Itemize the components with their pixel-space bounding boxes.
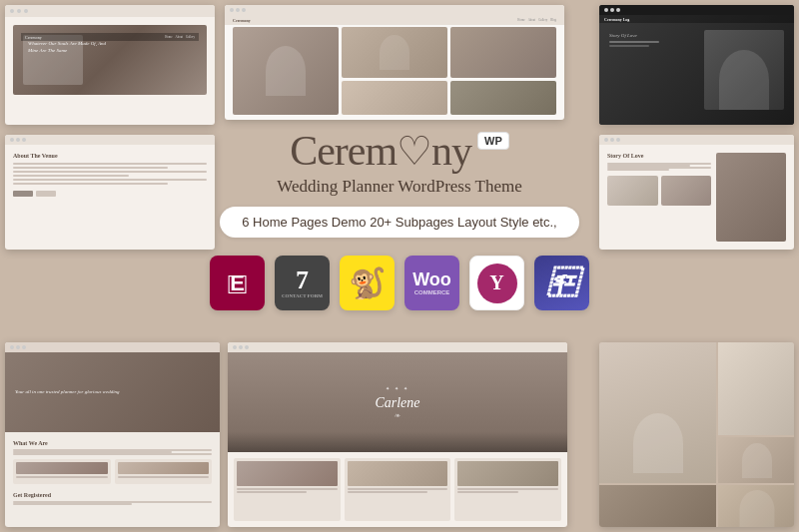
- screenshot-mid-right: Story Of Love: [599, 135, 794, 250]
- screenshot-top-right: Ceremony Log Story Of Love: [599, 5, 794, 125]
- logo-area: Cerem♡ny WP: [290, 130, 509, 172]
- main-container: Ceremony Home About Gallery Whatever Our…: [0, 0, 799, 532]
- fontawesome-icon:  ƒ: [534, 256, 589, 310]
- quote-text: Whatever Our Souls Are Made Of, And Mine…: [28, 40, 108, 54]
- plugins-row: □ E 7 CONTACT FORM 🐒 Woo COMMERCE: [210, 256, 589, 310]
- cf7-icon: 7 CONTACT FORM: [275, 256, 330, 310]
- center-content: Cerem♡ny WP Wedding Planner WordPress Th…: [210, 130, 589, 310]
- ceremony-logo: Cerem♡ny: [290, 130, 471, 172]
- screenshot-bot-right: [599, 342, 794, 527]
- yoast-icon: [469, 256, 524, 310]
- hero-text: Your all in one trusted planner for glor…: [15, 388, 120, 396]
- screenshot-mid-left: About The Venue: [5, 135, 215, 250]
- screenshot-bot-center: ✦ ✦ ✦ Carlene ❧: [228, 342, 567, 527]
- center-brand: Carlene: [375, 395, 419, 411]
- story-title: Story Of Love: [607, 153, 711, 159]
- mailchimp-icon: 🐒: [340, 256, 395, 310]
- venue-title: About The Venue: [13, 153, 207, 159]
- elementor-icon: □ E: [210, 256, 265, 310]
- screenshot-top-left: Ceremony Home About Gallery Whatever Our…: [5, 5, 215, 125]
- screenshot-top-center: Ceremony Home About Gallery Blog: [225, 5, 564, 120]
- cta-title: Get Registered: [13, 492, 212, 498]
- woocommerce-icon: Woo COMMERCE: [404, 256, 459, 310]
- wp-badge: WP: [477, 132, 509, 150]
- screenshot-bot-left: Your all in one trusted planner for glor…: [5, 342, 220, 527]
- what-we-are-title: What We Are: [13, 440, 212, 446]
- features-badge: 6 Home Pages Demo 20+ Subpages Layout St…: [220, 207, 578, 238]
- theme-tagline: Wedding Planner WordPress Theme: [277, 177, 521, 197]
